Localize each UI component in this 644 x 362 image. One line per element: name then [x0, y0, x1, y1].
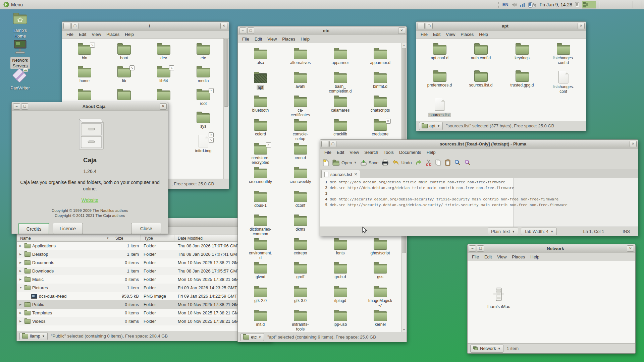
close-dialog-button[interactable]: Close	[131, 223, 161, 234]
maximize-button[interactable]: ▢	[477, 245, 484, 252]
folder-item-console-setup[interactable]: console- setup	[280, 117, 320, 141]
list-row-pictures[interactable]: ▼Pictures1 itemFolderFri 09 Jan 2026 14:…	[17, 284, 272, 292]
folder-item-gtk-2.0[interactable]: gtk-2.0	[240, 284, 280, 308]
redo-button[interactable]	[415, 160, 422, 166]
titlebar[interactable]: – ▢ Network ✕	[468, 244, 635, 253]
menu-file[interactable]: File	[322, 149, 334, 156]
close-button[interactable]: ✕	[627, 245, 634, 252]
paste-button[interactable]	[445, 159, 451, 166]
folder-item-binfmt.d[interactable]: binfmt.d	[360, 70, 400, 94]
battery-icon[interactable]	[528, 2, 537, 8]
folder-item-preferences.d[interactable]: preferences.d	[419, 68, 460, 96]
titlebar[interactable]: – ▢ apt ✕	[416, 22, 586, 31]
list-row-templates[interactable]: ▶Templates0 itemsFolderMon 10 Nov 2025 1…	[17, 309, 272, 317]
folder-item-ca-certificates[interactable]: ca- certificates	[280, 94, 320, 117]
menu-edit[interactable]: Edit	[431, 31, 443, 38]
save-button[interactable]: Save	[360, 159, 379, 166]
licence-button[interactable]: Licence	[53, 223, 83, 234]
find-button[interactable]	[454, 159, 461, 166]
minimize-button[interactable]: –	[469, 245, 476, 252]
close-button[interactable]: ✕	[220, 23, 227, 29]
maximize-button[interactable]: ▢	[247, 27, 254, 34]
expander-icon[interactable]: ▶	[19, 244, 23, 247]
folder-item-grub.d[interactable]: grub.d	[320, 260, 360, 284]
folder-item-credstore.encrypted[interactable]: ×credstore. encrypted	[240, 141, 280, 165]
text-editor[interactable]: 1deb http://deb.debian.org/debian trixie…	[320, 178, 638, 227]
titlebar[interactable]: – ▢ sources.list [Read-Only] (/etc/apt) …	[320, 140, 638, 148]
file-item-listchanges.conf[interactable]: listchanges. conf	[543, 68, 584, 96]
menu-help[interactable]: Help	[298, 36, 312, 42]
folder-item-dbus-1[interactable]: dbus-1	[240, 189, 280, 213]
folder-item-apparmor.d[interactable]: apparmor.d	[360, 46, 400, 70]
menu-places[interactable]: Places	[104, 31, 122, 38]
tab-close-icon[interactable]: ✕	[354, 172, 357, 177]
expander-icon[interactable]: ▶	[19, 253, 23, 256]
folder-item-home[interactable]: home	[65, 64, 104, 87]
titlebar[interactable]: – ▢ / ✕	[62, 22, 229, 31]
folder-item-cron.monthly[interactable]: cron.monthly	[240, 165, 280, 189]
minimize-button[interactable]: –	[321, 141, 328, 147]
folder-item-gtk-3.0[interactable]: gtk-3.0	[280, 284, 320, 308]
folder-item-media[interactable]: media	[183, 64, 223, 87]
folder-item-apt[interactable]: apt	[240, 70, 280, 94]
folder-item-bash_completion.d[interactable]: bash_ completion.d	[320, 70, 360, 94]
scroll-down-icon[interactable]: ▼	[401, 327, 407, 332]
folder-item-credstore[interactable]: ×credstore	[360, 117, 400, 141]
folder-item-avahi[interactable]: avahi	[280, 70, 320, 94]
menu-help[interactable]: Help	[477, 31, 490, 38]
menu-view[interactable]: View	[495, 254, 509, 260]
clock[interactable]: Fri Jan 9, 14:28	[540, 2, 572, 7]
folder-item-root[interactable]: ×root	[183, 87, 223, 110]
desktop-icon-network-servers[interactable]: Network Servers	[4, 40, 36, 69]
copy-button[interactable]	[435, 159, 441, 166]
open-dropdown-icon[interactable]: ▼	[354, 161, 357, 164]
folder-item-etc[interactable]: etc	[183, 41, 223, 64]
undo-button[interactable]: Undo	[392, 160, 412, 166]
folder-item-gss[interactable]: gss	[360, 260, 400, 284]
folder-item-bluetooth[interactable]: bluetooth	[240, 94, 280, 117]
menu-file[interactable]: File	[64, 31, 76, 38]
minimize-button[interactable]: –	[63, 23, 70, 29]
network-signal-icon[interactable]	[520, 2, 526, 7]
menu-file[interactable]: File	[470, 254, 481, 260]
credits-button[interactable]: Credits	[18, 223, 49, 234]
folder-item-initramfs-tools[interactable]: initramfs- tools	[280, 308, 320, 331]
menu-view[interactable]: View	[89, 31, 103, 38]
folder-item-lib[interactable]: ↘lib	[104, 64, 144, 87]
volume-icon[interactable]	[511, 2, 517, 7]
workspace-switcher[interactable]	[582, 1, 596, 8]
folder-item-ifplugd[interactable]: ifplugd	[320, 284, 360, 308]
menu-file[interactable]: File	[240, 36, 252, 42]
folder-item-groff[interactable]: groff	[280, 260, 320, 284]
close-button[interactable]: ✕	[160, 103, 167, 110]
folder-item-boot[interactable]: boot	[104, 41, 144, 64]
minimize-button[interactable]: –	[418, 23, 425, 29]
list-row-public[interactable]: ▶Public0 itemsFolderMon 10 Nov 2025 17:3…	[17, 300, 272, 309]
list-row-downloads[interactable]: ▶Downloads1 itemFolderThu 08 Jan 2026 17…	[17, 267, 272, 275]
file-item-sources.list[interactable]: sources.list	[419, 96, 460, 121]
print-button[interactable]	[382, 160, 389, 166]
menu-help[interactable]: Help	[122, 31, 136, 38]
folder-item-calamares[interactable]: calamares	[320, 94, 360, 117]
location-dropdown[interactable]: apt▼	[419, 122, 443, 130]
folder-item-extrepo[interactable]: extrepo	[280, 236, 320, 260]
menu-view[interactable]: View	[265, 36, 279, 42]
folder-item-environment.d[interactable]: environment. d	[240, 236, 280, 260]
folder-item-sources.list.d[interactable]: sources.list.d	[460, 68, 501, 96]
maximize-button[interactable]: ▢	[71, 23, 78, 29]
folder-item-sys[interactable]: sys	[183, 110, 223, 132]
expander-icon[interactable]: ▶	[19, 278, 23, 281]
file-item-initrd.img[interactable]: ×↘initrd.img	[183, 132, 223, 155]
column-header-name[interactable]: Name ▼	[17, 235, 112, 241]
folder-item-cron.d[interactable]: cron.d	[280, 141, 320, 165]
expander-icon[interactable]: ▶	[19, 269, 23, 273]
minimize-button[interactable]: –	[13, 103, 20, 110]
expander-icon[interactable]: ▼	[19, 286, 23, 289]
keyboard-layout-indicator[interactable]: EN	[502, 2, 508, 7]
menu-button[interactable]: Menu	[0, 0, 26, 9]
replace-button[interactable]	[464, 159, 471, 166]
minimize-button[interactable]: –	[239, 27, 246, 34]
list-row-applications[interactable]: ▶Applications1 itemFolderThu 08 Jan 2026…	[17, 242, 272, 250]
open-button[interactable]: Open ▼	[332, 160, 357, 166]
menu-places[interactable]: Places	[458, 31, 476, 38]
